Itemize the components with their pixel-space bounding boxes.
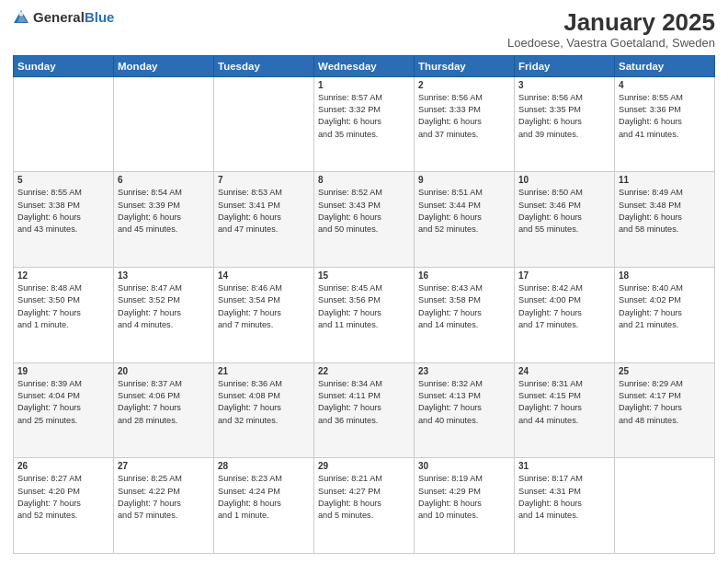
calendar-cell: 8Sunrise: 8:52 AM Sunset: 3:43 PM Daylig…	[314, 172, 415, 268]
svg-point-2	[19, 12, 24, 17]
logo-general: General	[33, 9, 85, 25]
day-info: Sunrise: 8:55 AM Sunset: 3:38 PM Dayligh…	[17, 187, 109, 236]
day-number: 25	[619, 366, 711, 376]
calendar-cell: 26Sunrise: 8:27 AM Sunset: 4:20 PM Dayli…	[14, 458, 114, 554]
day-info: Sunrise: 8:56 AM Sunset: 3:35 PM Dayligh…	[518, 92, 610, 141]
logo-icon	[13, 9, 29, 26]
day-info: Sunrise: 8:37 AM Sunset: 4:06 PM Dayligh…	[118, 378, 210, 427]
day-number: 13	[118, 270, 210, 281]
calendar-cell: 18Sunrise: 8:40 AM Sunset: 4:02 PM Dayli…	[615, 267, 715, 362]
day-info: Sunrise: 8:55 AM Sunset: 3:36 PM Dayligh…	[619, 92, 711, 141]
calendar-cell: 24Sunrise: 8:31 AM Sunset: 4:15 PM Dayli…	[515, 362, 615, 458]
calendar-cell: 23Sunrise: 8:32 AM Sunset: 4:13 PM Dayli…	[415, 362, 515, 458]
logo-blue: Blue	[85, 9, 115, 25]
day-number: 12	[17, 270, 109, 281]
page: GeneralBlue January 2025 Loedoese, Vaest…	[0, 0, 728, 563]
day-info: Sunrise: 8:39 AM Sunset: 4:04 PM Dayligh…	[17, 378, 109, 427]
calendar-cell: 15Sunrise: 8:45 AM Sunset: 3:56 PM Dayli…	[314, 267, 415, 362]
calendar-table: SundayMondayTuesdayWednesdayThursdayFrid…	[13, 55, 715, 554]
day-number: 28	[218, 461, 310, 471]
calendar-week-row: 5Sunrise: 8:55 AM Sunset: 3:38 PM Daylig…	[14, 172, 715, 268]
day-info: Sunrise: 8:31 AM Sunset: 4:15 PM Dayligh…	[518, 378, 610, 427]
day-number: 22	[318, 366, 410, 376]
day-number: 24	[518, 366, 610, 376]
day-number: 6	[118, 175, 210, 185]
calendar-cell	[114, 76, 214, 172]
day-number: 2	[418, 80, 510, 90]
day-info: Sunrise: 8:19 AM Sunset: 4:29 PM Dayligh…	[418, 473, 510, 522]
day-number: 20	[118, 366, 210, 376]
calendar-week-row: 1Sunrise: 8:57 AM Sunset: 3:32 PM Daylig…	[14, 76, 715, 172]
calendar-day-header: Monday	[114, 55, 214, 76]
calendar-cell: 1Sunrise: 8:57 AM Sunset: 3:32 PM Daylig…	[314, 76, 415, 172]
calendar-day-header: Thursday	[415, 55, 515, 76]
day-number: 21	[218, 366, 310, 376]
day-number: 3	[518, 80, 610, 90]
day-info: Sunrise: 8:27 AM Sunset: 4:20 PM Dayligh…	[17, 473, 109, 522]
day-number: 4	[619, 80, 711, 90]
day-info: Sunrise: 8:42 AM Sunset: 4:00 PM Dayligh…	[518, 282, 610, 331]
calendar-cell: 21Sunrise: 8:36 AM Sunset: 4:08 PM Dayli…	[214, 362, 314, 458]
day-info: Sunrise: 8:53 AM Sunset: 3:41 PM Dayligh…	[218, 187, 310, 236]
day-info: Sunrise: 8:49 AM Sunset: 3:48 PM Dayligh…	[619, 187, 711, 236]
logo: GeneralBlue	[13, 9, 114, 26]
calendar-day-header: Friday	[515, 55, 615, 76]
calendar-cell: 13Sunrise: 8:47 AM Sunset: 3:52 PM Dayli…	[114, 267, 214, 362]
calendar-cell: 27Sunrise: 8:25 AM Sunset: 4:22 PM Dayli…	[114, 458, 214, 554]
calendar-cell: 3Sunrise: 8:56 AM Sunset: 3:35 PM Daylig…	[515, 76, 615, 172]
calendar-day-header: Sunday	[14, 55, 114, 76]
day-number: 5	[17, 175, 109, 185]
day-info: Sunrise: 8:34 AM Sunset: 4:11 PM Dayligh…	[318, 378, 410, 427]
calendar-cell	[214, 76, 314, 172]
calendar-cell: 17Sunrise: 8:42 AM Sunset: 4:00 PM Dayli…	[515, 267, 615, 362]
calendar-day-header: Wednesday	[314, 55, 415, 76]
day-info: Sunrise: 8:50 AM Sunset: 3:46 PM Dayligh…	[518, 187, 610, 236]
calendar-cell: 29Sunrise: 8:21 AM Sunset: 4:27 PM Dayli…	[314, 458, 415, 554]
calendar-cell: 22Sunrise: 8:34 AM Sunset: 4:11 PM Dayli…	[314, 362, 415, 458]
calendar-day-header: Tuesday	[214, 55, 314, 76]
calendar-week-row: 19Sunrise: 8:39 AM Sunset: 4:04 PM Dayli…	[14, 362, 715, 458]
calendar-cell: 25Sunrise: 8:29 AM Sunset: 4:17 PM Dayli…	[615, 362, 715, 458]
calendar-day-header: Saturday	[615, 55, 715, 76]
page-title: January 2025	[507, 9, 715, 36]
calendar-header-row: SundayMondayTuesdayWednesdayThursdayFrid…	[14, 55, 715, 76]
calendar-cell: 5Sunrise: 8:55 AM Sunset: 3:38 PM Daylig…	[14, 172, 114, 268]
day-info: Sunrise: 8:23 AM Sunset: 4:24 PM Dayligh…	[218, 473, 310, 522]
day-number: 8	[318, 175, 410, 185]
calendar-cell: 7Sunrise: 8:53 AM Sunset: 3:41 PM Daylig…	[214, 172, 314, 268]
day-number: 9	[418, 175, 510, 185]
logo-text: GeneralBlue	[33, 9, 114, 26]
day-info: Sunrise: 8:17 AM Sunset: 4:31 PM Dayligh…	[518, 473, 610, 522]
day-info: Sunrise: 8:56 AM Sunset: 3:33 PM Dayligh…	[418, 92, 510, 141]
day-info: Sunrise: 8:46 AM Sunset: 3:54 PM Dayligh…	[218, 282, 310, 331]
day-number: 29	[318, 461, 410, 471]
calendar-cell: 2Sunrise: 8:56 AM Sunset: 3:33 PM Daylig…	[415, 76, 515, 172]
day-info: Sunrise: 8:29 AM Sunset: 4:17 PM Dayligh…	[619, 378, 711, 427]
day-info: Sunrise: 8:21 AM Sunset: 4:27 PM Dayligh…	[318, 473, 410, 522]
day-info: Sunrise: 8:25 AM Sunset: 4:22 PM Dayligh…	[118, 473, 210, 522]
day-number: 31	[518, 461, 610, 471]
calendar-cell: 19Sunrise: 8:39 AM Sunset: 4:04 PM Dayli…	[14, 362, 114, 458]
calendar-cell: 28Sunrise: 8:23 AM Sunset: 4:24 PM Dayli…	[214, 458, 314, 554]
day-number: 30	[418, 461, 510, 471]
calendar-cell: 9Sunrise: 8:51 AM Sunset: 3:44 PM Daylig…	[415, 172, 515, 268]
day-info: Sunrise: 8:52 AM Sunset: 3:43 PM Dayligh…	[318, 187, 410, 236]
day-number: 14	[218, 270, 310, 281]
day-number: 7	[218, 175, 310, 185]
calendar-week-row: 12Sunrise: 8:48 AM Sunset: 3:50 PM Dayli…	[14, 267, 715, 362]
day-number: 27	[118, 461, 210, 471]
day-info: Sunrise: 8:36 AM Sunset: 4:08 PM Dayligh…	[218, 378, 310, 427]
calendar-cell: 11Sunrise: 8:49 AM Sunset: 3:48 PM Dayli…	[615, 172, 715, 268]
header: GeneralBlue January 2025 Loedoese, Vaest…	[13, 9, 715, 50]
day-number: 17	[518, 270, 610, 281]
calendar-cell	[14, 76, 114, 172]
calendar-cell: 10Sunrise: 8:50 AM Sunset: 3:46 PM Dayli…	[515, 172, 615, 268]
day-info: Sunrise: 8:40 AM Sunset: 4:02 PM Dayligh…	[619, 282, 711, 331]
day-info: Sunrise: 8:54 AM Sunset: 3:39 PM Dayligh…	[118, 187, 210, 236]
day-number: 23	[418, 366, 510, 376]
day-number: 19	[17, 366, 109, 376]
day-info: Sunrise: 8:32 AM Sunset: 4:13 PM Dayligh…	[418, 378, 510, 427]
calendar-cell	[615, 458, 715, 554]
title-block: January 2025 Loedoese, Vaestra Goetaland…	[507, 9, 715, 50]
calendar-cell: 16Sunrise: 8:43 AM Sunset: 3:58 PM Dayli…	[415, 267, 515, 362]
